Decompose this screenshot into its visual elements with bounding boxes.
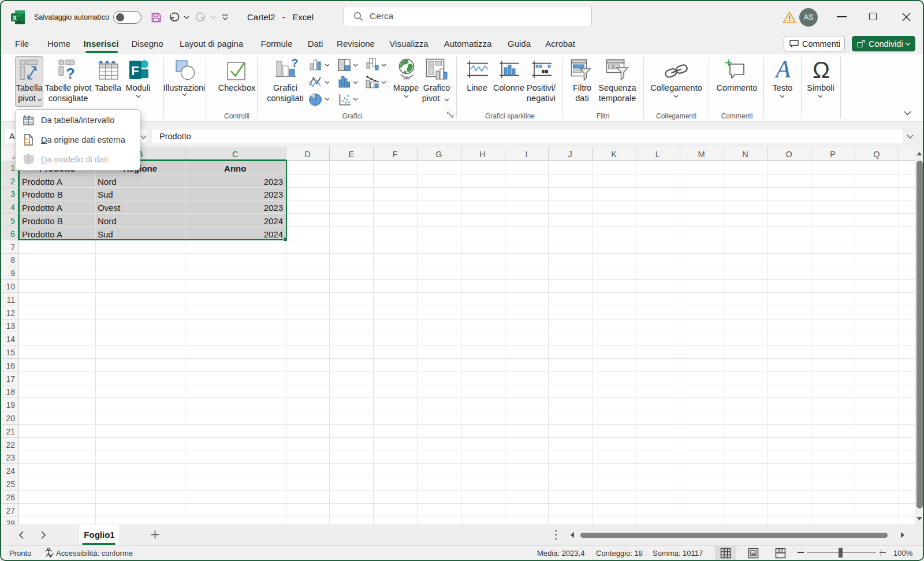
- svg-text:?: ?: [66, 65, 75, 81]
- svg-text:A: A: [774, 58, 791, 82]
- svg-text:?: ?: [291, 59, 298, 69]
- svg-text:X: X: [13, 14, 17, 21]
- svg-text:Ω: Ω: [813, 58, 830, 82]
- svg-text:F: F: [131, 64, 139, 78]
